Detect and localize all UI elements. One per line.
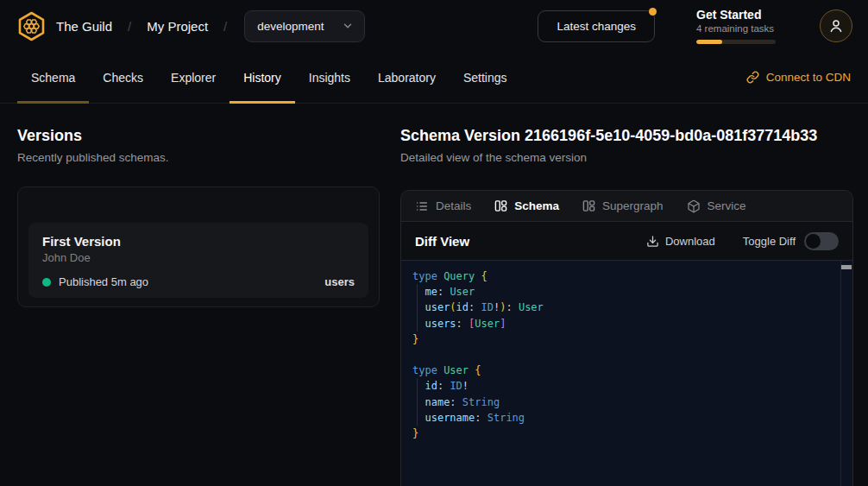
diff-view-toolbar: Diff View Download Toggle Diff [401, 222, 852, 261]
schema-code-editor[interactable]: type Query { me: User user(id: ID!): Use… [401, 261, 852, 486]
get-started-subtitle: 4 remaining tasks [696, 23, 777, 34]
primary-nav-tabs: SchemaChecksExplorerHistoryInsightsLabor… [17, 52, 521, 103]
hive-logo-icon[interactable] [16, 10, 47, 42]
versions-subtitle: Recently published schemas. [17, 151, 380, 164]
person-icon [828, 18, 844, 34]
columns-icon [494, 199, 507, 212]
target-select-value: development [257, 20, 324, 33]
target-select[interactable]: development [244, 10, 364, 42]
breadcrumb-org[interactable]: The Guild [56, 19, 112, 34]
nav-tab-underline [17, 101, 89, 104]
service-badge: users [324, 275, 355, 288]
version-meta-row: Published 5m ago users [42, 275, 355, 288]
nav-tab-checks[interactable]: Checks [89, 52, 157, 103]
code-line: me: User [412, 284, 835, 300]
box-icon [687, 199, 701, 213]
version-name: First Version [42, 234, 355, 249]
columns-icon [582, 199, 595, 212]
breadcrumb-separator: / [223, 19, 227, 34]
detail-tab-service[interactable]: Service [687, 199, 746, 213]
detail-tab-supergraph[interactable]: Supergraph [582, 199, 664, 212]
diff-view-title: Diff View [415, 234, 469, 249]
detail-tab-details[interactable]: Details [415, 199, 471, 213]
version-list-item[interactable]: First Version John Doe Published 5m ago … [28, 223, 368, 298]
breadcrumb-separator: / [128, 19, 131, 34]
latest-changes-label: Latest changes [557, 20, 636, 33]
detail-tab-label: Details [436, 199, 471, 212]
editor-scrollbar-thumb[interactable] [841, 265, 852, 269]
get-started-progress-fill [696, 40, 722, 44]
schema-version-subtitle: Detailed view of the schema version [400, 151, 853, 164]
code-line [412, 347, 835, 363]
download-label: Download [665, 235, 715, 248]
code-line: name: String [412, 394, 835, 410]
latest-changes-button[interactable]: Latest changes [538, 10, 655, 42]
notification-dot [649, 8, 657, 16]
nav-tab-label: Checks [103, 71, 143, 85]
header-right-group: Latest changes Get Started 4 remaining t… [538, 8, 852, 44]
code-line: user(id: ID!): User [412, 300, 835, 315]
nav-tab-label: Schema [31, 71, 75, 85]
nav-tab-label: History [243, 71, 281, 85]
primary-nav: SchemaChecksExplorerHistoryInsightsLabor… [0, 52, 868, 104]
nav-tab-insights[interactable]: Insights [295, 52, 364, 103]
nav-tab-label: Insights [309, 71, 350, 85]
nav-tab-history[interactable]: History [230, 52, 295, 103]
detail-tab-label: Supergraph [602, 199, 664, 212]
versions-list-card: First Version John Doe Published 5m ago … [17, 186, 380, 307]
user-avatar[interactable] [820, 9, 852, 42]
nav-tab-laboratory[interactable]: Laboratory [364, 52, 450, 103]
nav-tab-schema[interactable]: Schema [17, 52, 89, 103]
breadcrumb: The Guild / My Project / [56, 19, 227, 34]
toggle-diff-switch[interactable] [804, 232, 839, 250]
version-author: John Doe [42, 251, 355, 264]
code-line: } [412, 426, 835, 441]
detail-tab-schema[interactable]: Schema [494, 199, 559, 212]
get-started-title: Get Started [696, 8, 777, 22]
code-line: type Query { [412, 268, 835, 284]
nav-tab-explorer[interactable]: Explorer [157, 52, 230, 103]
schema-version-detail: Schema Version 2166196f-5e10-4059-bd0a-0… [400, 127, 853, 486]
published-status-dot-icon [42, 278, 51, 287]
download-button[interactable]: Download [646, 235, 715, 248]
link-icon [746, 71, 759, 84]
versions-panel: Versions Recently published schemas. Fir… [17, 127, 380, 307]
get-started-progress-track [696, 40, 776, 44]
detail-tab-bar: DetailsSchemaSupergraphService [401, 191, 852, 222]
versions-title: Versions [17, 127, 380, 145]
main-content: Versions Recently published schemas. Fir… [0, 104, 868, 486]
code-lines-container: type Query { me: User user(id: ID!): Use… [412, 268, 835, 441]
nav-tab-settings[interactable]: Settings [450, 52, 521, 103]
list-icon [415, 199, 429, 213]
detail-tab-label: Service [708, 199, 746, 212]
toggle-diff-label: Toggle Diff [743, 235, 796, 248]
detail-tab-label: Schema [514, 199, 559, 212]
editor-scrollbar[interactable] [840, 261, 852, 486]
chevron-down-icon [342, 20, 354, 32]
connect-to-cdn-label: Connect to CDN [766, 71, 851, 84]
breadcrumb-project[interactable]: My Project [147, 19, 208, 34]
schema-version-title: Schema Version 2166196f-5e10-4059-bd0a-0… [400, 127, 853, 145]
code-line: type User { [412, 363, 835, 378]
nav-tab-underline [230, 101, 295, 104]
schema-version-panel: DetailsSchemaSupergraphService Diff View… [400, 190, 853, 486]
nav-tab-label: Explorer [171, 71, 216, 85]
diff-view-controls: Download Toggle Diff [646, 232, 839, 250]
code-line: username: String [412, 410, 835, 426]
code-line: users: [User] [412, 316, 835, 331]
code-line: } [412, 331, 835, 347]
nav-tab-label: Settings [463, 71, 507, 85]
nav-tab-label: Laboratory [378, 71, 436, 85]
download-icon [646, 235, 659, 248]
switch-knob [806, 234, 821, 249]
top-header: The Guild / My Project / development Lat… [0, 0, 868, 52]
connect-to-cdn-button[interactable]: Connect to CDN [746, 52, 851, 103]
code-line: id: ID! [412, 378, 835, 394]
get-started-widget[interactable]: Get Started 4 remaining tasks [696, 8, 777, 44]
version-status: Published 5m ago [59, 275, 148, 288]
